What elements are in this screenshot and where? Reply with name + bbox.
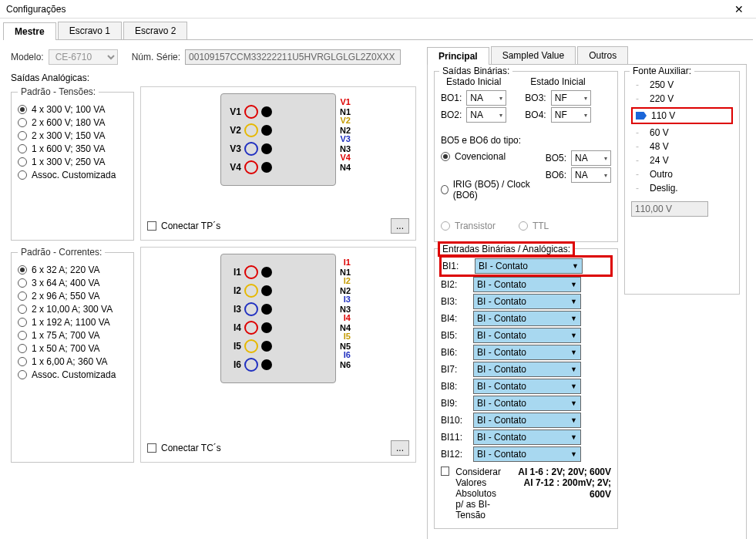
- tensoes-more-button[interactable]: ...: [391, 218, 409, 234]
- tick-icon: -: [636, 79, 645, 90]
- tab-outros[interactable]: Outros: [577, 46, 628, 64]
- tensoes-opt-label-0: 4 x 300 V; 100 VA: [32, 104, 105, 115]
- correntes-opt-radio-7[interactable]: [18, 357, 27, 366]
- conectar-tc-checkbox[interactable]: [147, 443, 156, 453]
- bi4-select[interactable]: BI - Contato▼: [473, 311, 581, 326]
- I4-terminal-icon: [244, 321, 258, 335]
- tensoes-opt-radio-2[interactable]: [18, 131, 27, 140]
- tensoes-opt-radio-4[interactable]: [18, 157, 27, 167]
- tensoes-opt-radio-3[interactable]: [18, 144, 27, 153]
- tensoes-opt-radio-5[interactable]: [18, 170, 27, 180]
- correntes-opt-radio-6[interactable]: [18, 344, 27, 353]
- correntes-opt-label-7: 1 x 6,00 A; 360 VA: [32, 356, 108, 367]
- correntes-opt-radio-4[interactable]: [18, 318, 27, 327]
- N2-terminal-icon: [261, 285, 272, 296]
- radio-irig[interactable]: [441, 185, 449, 194]
- tensoes-diagram: V1N1V1V2N2V2V3N3V3V4N4V4 Conectar TP´s .…: [140, 86, 416, 241]
- I6-wire-label: I6: [344, 350, 351, 359]
- fonte-aux-opt-7[interactable]: -Deslig.: [631, 183, 733, 194]
- saidas-binarias-group: Saídas Binárias: Estado Inicial BO1:NA▾ …: [434, 71, 618, 242]
- correntes-opt-radio-1[interactable]: [18, 278, 27, 288]
- tensoes-opt-label-2: 2 x 300 V; 150 VA: [32, 130, 105, 141]
- correntes-opt-label-6: 1 x 50 A; 700 VA: [32, 343, 100, 354]
- correntes-opt-radio-0[interactable]: [18, 265, 27, 275]
- serie-field: [185, 49, 401, 65]
- bi7-select[interactable]: BI - Contato▼: [473, 362, 581, 377]
- tick-icon: -: [636, 169, 645, 180]
- fonte-aux-opt-3[interactable]: -60 V: [631, 127, 733, 138]
- bo3-select[interactable]: NF▾: [551, 90, 591, 106]
- entradas-binarias-title: Entradas Binárias / Analógicas:: [439, 243, 573, 255]
- V4-terminal-icon: [244, 160, 258, 174]
- correntes-opt-radio-3[interactable]: [18, 305, 27, 314]
- fonte-aux-opt-4[interactable]: -48 V: [631, 141, 733, 152]
- conectar-tp-checkbox[interactable]: [147, 221, 156, 231]
- bi4-label: BI4:: [441, 313, 467, 324]
- V1-wire-label: V1: [341, 97, 351, 106]
- ai-note-1: AI 1-6 : 2V; 20V; 600V: [507, 467, 611, 477]
- tab-escravo2[interactable]: Escravo 2: [123, 22, 187, 39]
- bi9-select[interactable]: BI - Contato▼: [473, 396, 581, 411]
- I1-label: I1: [226, 267, 241, 278]
- N4-wire-label: N4: [340, 163, 351, 172]
- bi10-select[interactable]: BI - Contato▼: [473, 413, 581, 428]
- fonte-aux-opt-5[interactable]: -24 V: [631, 155, 733, 166]
- N5-terminal-icon: [261, 341, 272, 352]
- I5-terminal-icon: [244, 339, 258, 353]
- close-icon[interactable]: ✕: [728, 3, 750, 15]
- tick-icon: -: [636, 93, 645, 104]
- correntes-opt-label-5: 1 x 75 A; 700 VA: [32, 330, 100, 341]
- bi6-select[interactable]: BI - Contato▼: [473, 345, 581, 360]
- bi11-label: BI11:: [441, 432, 467, 443]
- fonte-aux-opt-label-3: 60 V: [650, 127, 669, 138]
- correntes-opt-radio-8[interactable]: [18, 370, 27, 379]
- fonte-aux-opt-0[interactable]: -250 V: [631, 79, 733, 90]
- V1-terminal-icon: [244, 105, 258, 119]
- correntes-opt-radio-5[interactable]: [18, 331, 27, 340]
- V2-terminal-icon: [244, 123, 258, 137]
- V3-label: V3: [226, 143, 241, 154]
- radio-convencional[interactable]: [441, 152, 450, 161]
- N1-terminal-icon: [261, 106, 272, 117]
- bi1-select[interactable]: BI - Contato▼: [475, 258, 583, 274]
- V1-label: V1: [226, 106, 241, 117]
- fonte-aux-opt-6[interactable]: -Outro: [631, 169, 733, 180]
- bi2-select[interactable]: BI - Contato▼: [473, 277, 581, 292]
- N3-terminal-icon: [261, 304, 272, 315]
- tab-sampled-value[interactable]: Sampled Value: [491, 46, 576, 64]
- bi3-select[interactable]: BI - Contato▼: [473, 294, 581, 309]
- bo5-select[interactable]: NA▾: [571, 150, 611, 166]
- modelo-select[interactable]: CE-6710: [49, 49, 118, 65]
- bi1-label: BI1:: [442, 261, 469, 271]
- N2-terminal-icon: [261, 125, 272, 136]
- tab-principal[interactable]: Principal: [427, 47, 489, 65]
- tick-icon: -: [636, 141, 645, 152]
- bo2-select[interactable]: NA▾: [466, 107, 506, 123]
- bi11-select[interactable]: BI - Contato▼: [473, 430, 581, 445]
- fonte-auxiliar-value: [631, 201, 708, 217]
- tensoes-opt-radio-0[interactable]: [18, 105, 27, 114]
- radio-transistor: [441, 221, 450, 231]
- window-title: Configurações: [6, 4, 66, 15]
- bo4-select[interactable]: NF▾: [551, 107, 591, 123]
- fonte-aux-opt-1[interactable]: -220 V: [631, 93, 733, 104]
- bi5-select[interactable]: BI - Contato▼: [473, 328, 581, 343]
- bo1-select[interactable]: NA▾: [466, 90, 506, 106]
- bi12-select[interactable]: BI - Contato▼: [473, 446, 581, 462]
- N4-terminal-icon: [261, 162, 272, 173]
- bi8-select[interactable]: BI - Contato▼: [473, 379, 581, 394]
- fonte-auxiliar-group: Fonte Auxiliar: -250 V-220 V110 V-60 V-4…: [624, 71, 740, 295]
- correntes-diagram: I1N1I1I2N2I2I3N3I3I4N4I4I5N5I5I6N6I6 Con…: [140, 247, 416, 463]
- correntes-more-button[interactable]: ...: [391, 440, 409, 456]
- considerar-checkbox[interactable]: [441, 467, 449, 476]
- bo6-select[interactable]: NA▾: [571, 167, 611, 183]
- fonte-aux-opt-2[interactable]: 110 V: [631, 107, 733, 124]
- I3-terminal-icon: [244, 302, 258, 316]
- tensoes-opt-radio-1[interactable]: [18, 118, 27, 127]
- radio-ttl: [519, 221, 528, 231]
- tab-mestre[interactable]: Mestre: [3, 22, 56, 40]
- correntes-opt-radio-2[interactable]: [18, 291, 27, 301]
- tab-escravo1[interactable]: Escravo 1: [58, 22, 122, 39]
- V3-wire-label: V3: [341, 134, 351, 143]
- V2-label: V2: [226, 125, 241, 136]
